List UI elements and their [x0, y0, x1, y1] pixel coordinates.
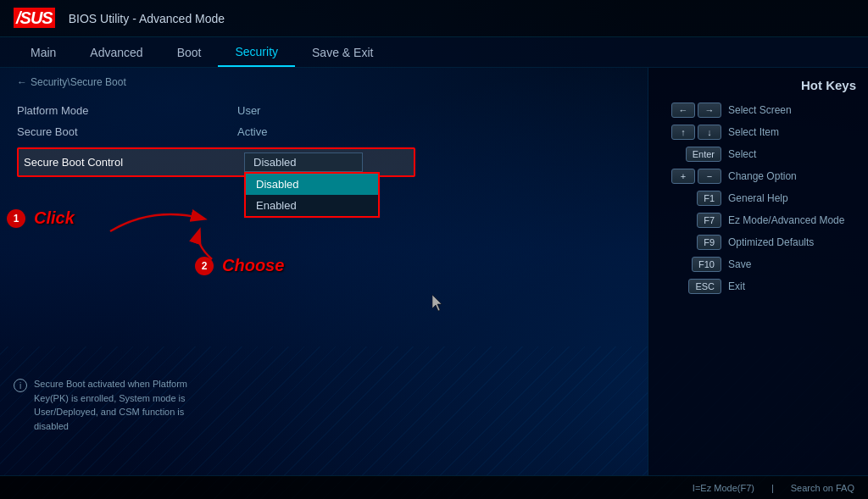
key-esc: ESC [688, 279, 721, 294]
key-enter: Enter [686, 147, 721, 162]
hotkey-row-f1: F1 General Help [660, 191, 856, 206]
secure-boot-label: Secure Boot [17, 125, 237, 138]
hotkey-row-f9: F9 Optimized Defaults [660, 235, 856, 250]
dropdown-current-value[interactable]: Disabled [244, 152, 363, 172]
key-minus: − [698, 169, 721, 184]
hotkey-row-esc: ESC Exit [660, 279, 856, 294]
left-panel: ← Security\Secure Boot Platform Mode Use… [0, 68, 648, 475]
status-search-text: Search on FAQ [791, 483, 854, 493]
key-down-arrow: ↓ [698, 125, 721, 140]
cursor-icon [432, 295, 444, 312]
hotkey-row-f7: F7 Ez Mode/Advanced Mode [660, 213, 856, 228]
dropdown-container[interactable]: Disabled Disabled Enabled [244, 152, 363, 172]
hotkey-keys-f7: F7 [660, 213, 721, 228]
hotkey-desc-item: Select Item [728, 126, 779, 138]
nav-item-boot[interactable]: Boot [160, 37, 219, 67]
key-left-arrow: ← [671, 103, 695, 118]
status-separator: | [771, 483, 774, 493]
nav-item-security[interactable]: Security [218, 37, 295, 67]
hotkey-desc-f9: Optimized Defaults [728, 236, 814, 248]
hotkey-keys-screen: ← → [660, 103, 721, 118]
key-f9: F9 [697, 235, 721, 250]
breadcrumb-path: Security\Secure Boot [31, 76, 126, 88]
settings-table: Platform Mode User Secure Boot Active Se… [17, 100, 631, 177]
hotkey-row-option: + − Change Option [660, 169, 856, 184]
platform-mode-label: Platform Mode [17, 104, 237, 117]
nav-item-main[interactable]: Main [14, 37, 73, 67]
hotkey-desc-f7: Ez Mode/Advanced Mode [728, 214, 844, 226]
hotkey-keys-f1: F1 [660, 191, 721, 206]
body-area: ← Security\Secure Boot Platform Mode Use… [0, 68, 868, 475]
setting-row-secure-boot: Secure Boot Active [17, 121, 631, 142]
dropdown-option-enabled[interactable]: Enabled [246, 195, 378, 216]
status-bar: I=Ez Mode(F7) | Search on FAQ [0, 475, 868, 499]
platform-mode-value: User [237, 104, 260, 117]
annotation-click-number: 1 [7, 209, 25, 228]
header: /SUS BIOS Utility - Advanced Mode [0, 0, 868, 37]
hotkey-keys-option: + − [660, 169, 721, 184]
hotkey-keys-esc: ESC [660, 279, 721, 294]
key-up-arrow: ↑ [671, 125, 695, 140]
hotkey-row-screen: ← → Select Screen [660, 103, 856, 118]
dropdown-menu[interactable]: Disabled Enabled [244, 172, 380, 218]
info-icon: i [14, 379, 27, 392]
hotkey-keys-f9: F9 [660, 235, 721, 250]
breadcrumb-arrow: ← [17, 76, 27, 88]
hotkey-keys-enter: Enter [660, 147, 721, 162]
hotkey-row-enter: Enter Select [660, 147, 856, 162]
dropdown-option-disabled[interactable]: Disabled [246, 174, 378, 195]
key-f10: F10 [692, 257, 721, 272]
hotkey-row-f10: F10 Save [660, 257, 856, 272]
annotation-click: 1 Click [7, 208, 75, 228]
key-f1: F1 [697, 191, 721, 206]
hotkey-desc-enter: Select [728, 148, 756, 160]
setting-row-secure-boot-control[interactable]: Secure Boot Control Disabled Disabled En… [17, 147, 415, 177]
key-f7: F7 [697, 213, 721, 228]
header-title: BIOS Utility - Advanced Mode [69, 12, 225, 25]
info-text: Secure Boot activated when Platform Key(… [34, 377, 200, 433]
hotkeys-title: Hot Keys [660, 78, 856, 92]
hotkey-desc-f1: General Help [728, 192, 788, 204]
hotkey-keys-f10: F10 [660, 257, 721, 272]
nav-item-advanced[interactable]: Advanced [73, 37, 159, 67]
choose-arrow-icon [186, 227, 237, 261]
annotation-click-label: Click [34, 208, 75, 228]
hotkey-desc-f10: Save [728, 258, 751, 270]
hotkey-desc-esc: Exit [728, 280, 745, 292]
setting-row-platform-mode: Platform Mode User [17, 100, 631, 121]
secure-boot-value: Active [237, 125, 267, 138]
hotkey-row-item: ↑ ↓ Select Item [660, 125, 856, 140]
info-box: i Secure Boot activated when Platform Ke… [14, 377, 200, 433]
hotkey-desc-option: Change Option [728, 170, 797, 182]
nav-bar: Main Advanced Boot Security Save & Exit [0, 37, 868, 68]
asus-logo: /SUS [14, 8, 55, 28]
status-search[interactable]: Search on FAQ [791, 483, 854, 493]
hotkey-desc-screen: Select Screen [728, 104, 792, 116]
hotkey-keys-item: ↑ ↓ [660, 125, 721, 140]
key-right-arrow: → [698, 103, 721, 118]
secure-boot-control-label: Secure Boot Control [24, 156, 244, 169]
nav-item-save-exit[interactable]: Save & Exit [295, 37, 390, 67]
key-plus: + [671, 169, 695, 184]
status-ezmode[interactable]: I=Ez Mode(F7) [693, 483, 754, 493]
right-panel: Hot Keys ← → Select Screen ↑ ↓ Select It… [648, 68, 868, 475]
status-ezmode-text: I=Ez Mode(F7) [693, 483, 754, 493]
breadcrumb: ← Security\Secure Boot [17, 76, 631, 88]
